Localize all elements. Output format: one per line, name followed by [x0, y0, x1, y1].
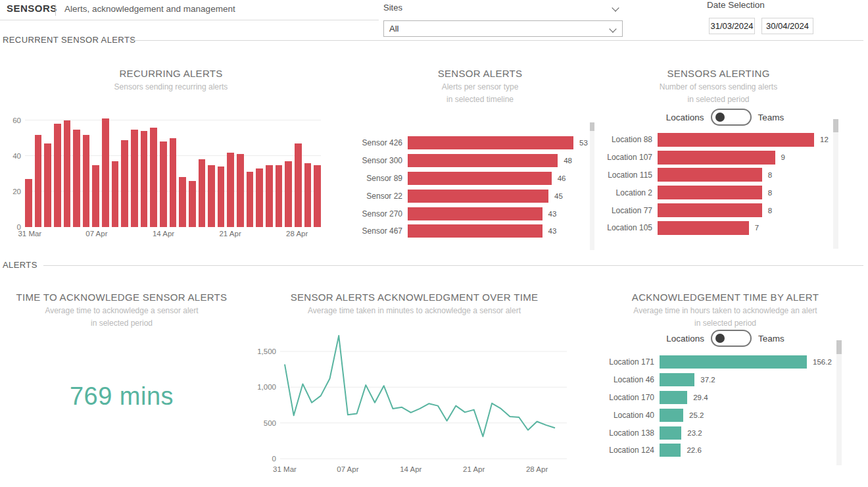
sites-filter-label: Sites [383, 3, 402, 13]
bar-row: Sensor 42653 [347, 134, 591, 152]
scrollbar-thumb[interactable] [590, 122, 594, 131]
bar[interactable] [658, 133, 814, 147]
chart-subtitle: in selected period [589, 319, 862, 328]
category-label: Sensor 270 [347, 209, 402, 218]
bar[interactable] [35, 135, 42, 227]
bar[interactable] [247, 172, 254, 227]
value-label: 22.6 [687, 446, 701, 454]
bar[interactable] [408, 224, 542, 238]
bar[interactable] [218, 167, 225, 227]
toggle-knob [715, 113, 725, 122]
bar[interactable] [73, 130, 80, 228]
value-label: 48 [564, 157, 572, 165]
toggle-knob [715, 334, 725, 343]
bar[interactable] [314, 165, 321, 228]
scrollbar[interactable] [590, 122, 594, 250]
toggle-right-label[interactable]: Teams [758, 113, 784, 122]
y-axis: 05001,0001,500 [250, 286, 276, 484]
bar[interactable] [408, 207, 542, 220]
chevron-down-icon[interactable] [612, 4, 619, 11]
value-label: 8 [768, 189, 772, 197]
bar[interactable] [660, 373, 694, 386]
bar[interactable] [408, 136, 573, 149]
bar[interactable] [112, 161, 119, 227]
bar[interactable] [658, 186, 762, 199]
bar[interactable] [658, 168, 762, 182]
bar[interactable] [199, 159, 206, 227]
category-label: Location 40 [589, 411, 654, 420]
x-axis: 31 Mar07 Apr14 Apr21 Apr28 Apr [25, 230, 321, 240]
line-plot-area[interactable] [280, 332, 567, 461]
bar[interactable] [658, 203, 762, 217]
chart-recurring-alerts: RECURRING ALERTS Sensors sending recurri… [7, 63, 335, 253]
bar[interactable] [660, 426, 681, 440]
bar[interactable] [660, 444, 681, 457]
scrollbar[interactable] [836, 340, 842, 465]
bar[interactable] [658, 221, 749, 235]
toggle-left-label[interactable]: Locations [666, 334, 704, 344]
value-label: 29.4 [693, 394, 708, 401]
section-header-recurrent-sensor-alerts: RECURRENT SENSOR ALERTS [3, 35, 135, 45]
chart-sensors-alerting: SENSORS ALERTING Number of sensors sendi… [602, 63, 868, 253]
x-axis: 31 Mar07 Apr14 Apr21 Apr28 Apr [280, 465, 567, 476]
y-tick-label: 20 [12, 188, 21, 195]
toggle-right-label[interactable]: Teams [758, 334, 784, 344]
bar[interactable] [92, 165, 99, 228]
bar[interactable] [227, 153, 234, 227]
bar[interactable] [660, 409, 683, 422]
bar[interactable] [170, 138, 177, 227]
bar[interactable] [121, 140, 128, 227]
bar[interactable] [408, 172, 552, 185]
bar[interactable] [408, 190, 548, 203]
bar[interactable] [408, 154, 558, 167]
bar[interactable] [160, 141, 167, 227]
scrollbar-thumb[interactable] [833, 119, 838, 132]
bar[interactable] [131, 130, 138, 228]
scrollbar-thumb[interactable] [836, 340, 842, 354]
bar[interactable] [25, 179, 32, 227]
value-label: 23.2 [687, 429, 702, 437]
y-axis: 0204060 [7, 118, 21, 227]
bar[interactable] [64, 120, 71, 227]
bar[interactable] [208, 165, 215, 228]
bar[interactable] [266, 165, 273, 228]
scrollbar[interactable] [833, 119, 838, 249]
date-from-input[interactable]: 31/03/2024 [709, 18, 755, 34]
bar[interactable] [304, 163, 312, 227]
bar[interactable] [660, 391, 687, 404]
bar[interactable] [295, 143, 302, 227]
toggle-left-label[interactable]: Locations [666, 113, 704, 122]
bar[interactable] [256, 168, 263, 227]
bar[interactable] [237, 154, 244, 227]
bar[interactable] [276, 165, 283, 228]
bar[interactable] [660, 355, 807, 369]
sites-dropdown[interactable]: All [383, 20, 623, 37]
category-label: Sensor 426 [347, 138, 402, 147]
chart-title: ACKNOWLEDGEMENT TIME BY ALERT [589, 292, 862, 303]
bar[interactable] [102, 118, 109, 227]
bar-row: Sensor 46743 [347, 222, 591, 240]
bar[interactable] [189, 181, 196, 227]
bar-row: Location 1158 [602, 167, 832, 184]
toggle-switch[interactable] [711, 109, 752, 126]
bar-row: Sensor 2245 [347, 187, 591, 205]
bar[interactable] [150, 128, 157, 227]
bar[interactable] [141, 131, 148, 227]
date-to-input[interactable]: 30/04/2024 [761, 18, 813, 34]
chart-title: RECURRING ALERTS [7, 68, 335, 79]
bar[interactable] [54, 124, 61, 227]
section-header-alerts: ALERTS [3, 260, 37, 270]
bar[interactable] [179, 177, 186, 227]
locations-teams-toggle-row: Locations Teams [602, 109, 848, 126]
chart-subtitle: in selected period [7, 319, 237, 328]
bar[interactable] [83, 135, 90, 227]
bar[interactable] [44, 143, 51, 227]
category-label: Location 115 [602, 170, 652, 180]
toggle-switch[interactable] [711, 330, 752, 347]
bar[interactable] [285, 161, 292, 227]
line-series[interactable] [285, 336, 555, 436]
category-label: Location 171 [589, 357, 654, 367]
bar[interactable] [658, 151, 775, 165]
y-tick-label: 0 [272, 455, 276, 463]
value-label: 53 [579, 139, 588, 147]
